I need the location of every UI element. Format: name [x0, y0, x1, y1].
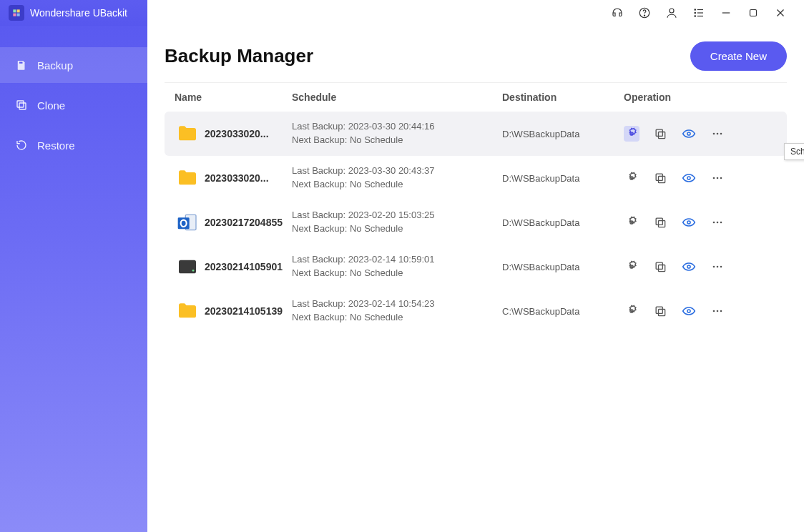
row-type-icon	[170, 122, 205, 145]
row-name: 20230214105901	[205, 261, 292, 272]
view-button[interactable]	[681, 259, 697, 275]
minimize-icon[interactable]	[712, 0, 740, 26]
table-row[interactable]: 2023033020... Last Backup: 2023-03-30 20…	[165, 156, 787, 200]
row-operations	[624, 170, 781, 186]
copy-button[interactable]	[652, 126, 668, 142]
main-panel: Backup Manager Create New Name Schedule …	[147, 26, 804, 532]
sidebar-item-restore[interactable]: Restore	[0, 127, 147, 163]
help-icon[interactable]	[631, 0, 658, 26]
row-name: 20230217204855	[205, 217, 292, 228]
row-name: 2023033020...	[205, 128, 292, 139]
row-type-icon	[170, 167, 205, 189]
view-button[interactable]	[681, 126, 697, 142]
more-button[interactable]	[710, 126, 725, 142]
svg-point-3	[695, 9, 696, 11]
column-header-schedule: Schedule	[292, 92, 502, 103]
row-schedule: Last Backup: 2023-03-30 20:43:37 Next Ba…	[292, 164, 502, 192]
row-type-icon	[170, 255, 205, 278]
row-name: 20230214105139	[205, 305, 292, 317]
schedule-button[interactable]	[624, 126, 639, 142]
titlebar: Wondershare UBackit	[0, 0, 804, 26]
table-body: 2023033020... Last Backup: 2023-03-30 20…	[165, 112, 787, 333]
sidebar-item-label: Restore	[37, 139, 75, 152]
table-row[interactable]: 2023033020... Last Backup: 2023-03-30 20…	[165, 112, 787, 156]
copy-button[interactable]	[652, 259, 668, 275]
view-button[interactable]	[681, 215, 697, 230]
sidebar-item-label: Backup	[37, 59, 73, 72]
table-row[interactable]: 20230217204855 Last Backup: 2023-02-20 1…	[165, 200, 787, 245]
sidebar-item-label: Clone	[37, 99, 65, 112]
svg-rect-10	[750, 10, 757, 16]
schedule-button[interactable]	[624, 303, 639, 319]
row-schedule: Last Backup: 2023-02-20 15:03:25 Next Ba…	[292, 209, 502, 236]
svg-point-7	[695, 16, 696, 17]
copy-button[interactable]	[652, 215, 668, 230]
row-operations	[624, 259, 781, 275]
clone-icon	[14, 99, 29, 112]
close-icon[interactable]	[767, 0, 794, 26]
sidebar: Backup Clone Restore	[0, 26, 147, 532]
row-operations	[624, 126, 781, 142]
row-destination: D:\WSBackupData	[502, 217, 624, 228]
support-icon[interactable]	[604, 0, 631, 26]
sidebar-item-clone[interactable]: Clone	[0, 87, 147, 123]
row-destination: D:\WSBackupData	[502, 173, 624, 184]
table-row[interactable]: 20230214105139 Last Backup: 2023-02-14 1…	[165, 289, 787, 333]
table-header: Name Schedule Destination Operation	[165, 82, 787, 112]
svg-rect-13	[19, 62, 23, 64]
column-header-destination: Destination	[502, 92, 624, 103]
app-title: Wondershare UBackit	[30, 7, 127, 19]
view-button[interactable]	[681, 303, 697, 319]
page-title: Backup Manager	[165, 45, 313, 67]
row-destination: D:\WSBackupData	[502, 129, 624, 139]
view-button[interactable]	[681, 170, 697, 186]
svg-point-1	[644, 15, 644, 16]
table-row[interactable]: 20230214105901 Last Backup: 2023-02-14 1…	[165, 245, 787, 289]
svg-rect-14	[17, 101, 24, 107]
column-header-name: Name	[170, 92, 292, 103]
schedule-button[interactable]	[624, 215, 639, 230]
row-type-icon	[170, 300, 205, 322]
restore-icon	[14, 139, 29, 152]
svg-rect-15	[19, 103, 26, 109]
schedule-button[interactable]	[624, 259, 639, 275]
row-schedule: Last Backup: 2023-02-14 10:59:01 Next Ba…	[292, 253, 502, 280]
menu-icon[interactable]	[685, 0, 712, 26]
row-name: 2023033020...	[205, 172, 292, 184]
tooltip: Schedule	[784, 143, 804, 160]
row-schedule: Last Backup: 2023-02-14 10:54:23 Next Ba…	[292, 297, 502, 325]
more-button[interactable]	[710, 215, 725, 230]
row-type-icon	[170, 211, 205, 234]
user-icon[interactable]	[658, 0, 685, 26]
sidebar-item-backup[interactable]: Backup	[0, 47, 147, 83]
row-destination: C:\WSBackupData	[502, 306, 624, 317]
row-schedule: Last Backup: 2023-03-30 20:44:16 Next Ba…	[292, 120, 502, 147]
row-operations	[624, 215, 781, 230]
copy-button[interactable]	[652, 303, 668, 319]
column-header-operation: Operation	[624, 92, 781, 103]
more-button[interactable]	[710, 170, 725, 186]
more-button[interactable]	[710, 259, 725, 275]
maximize-icon[interactable]	[740, 0, 767, 26]
row-operations	[624, 303, 781, 319]
more-button[interactable]	[710, 303, 725, 319]
create-new-button[interactable]: Create New	[690, 41, 787, 71]
app-logo-icon	[9, 5, 24, 21]
titlebar-brand: Wondershare UBackit	[0, 0, 147, 26]
row-destination: D:\WSBackupData	[502, 262, 624, 272]
svg-point-2	[670, 9, 674, 13]
svg-point-5	[695, 12, 696, 14]
backup-icon	[14, 59, 29, 72]
schedule-button[interactable]	[624, 170, 639, 186]
copy-button[interactable]	[652, 170, 668, 186]
